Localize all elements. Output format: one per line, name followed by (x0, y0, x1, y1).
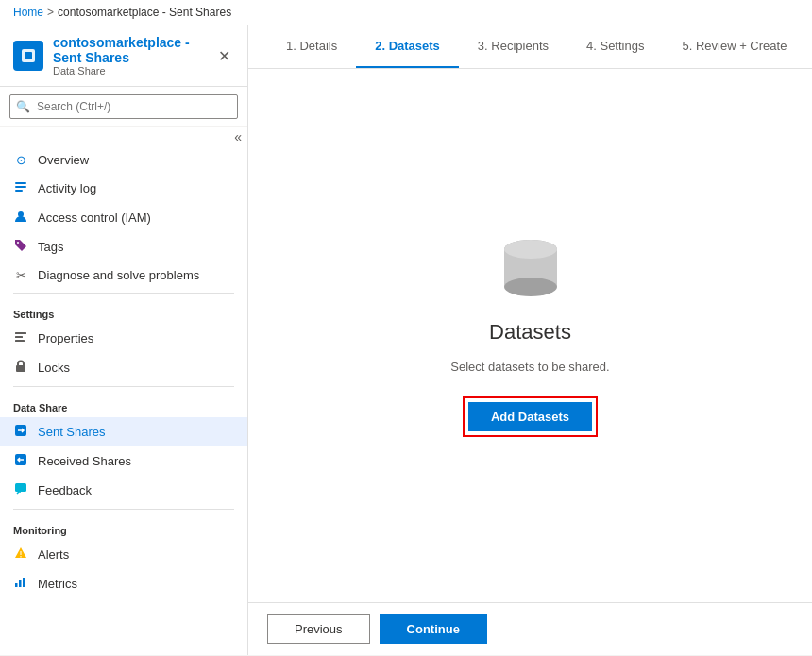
tab-details[interactable]: 1. Details (267, 25, 356, 68)
previous-button[interactable]: Previous (267, 614, 370, 644)
nav-item-properties[interactable]: Properties (0, 324, 247, 353)
sidebar-title-group: contosomarketplace - Sent Shares Data Sh… (53, 35, 205, 76)
svg-rect-8 (15, 336, 23, 338)
access-control-icon (13, 210, 28, 226)
svg-rect-17 (19, 580, 22, 587)
nav-label-overview: Overview (38, 153, 89, 167)
nav-item-tags[interactable]: Tags (0, 232, 247, 261)
datasets-title: Datasets (489, 320, 571, 345)
overview-icon: ⊙ (13, 153, 28, 167)
sent-shares-icon (13, 424, 28, 440)
settings-section-label: Settings (0, 297, 247, 324)
svg-rect-4 (15, 190, 23, 192)
nav-label-tags: Tags (38, 240, 63, 254)
svg-point-6 (17, 242, 19, 244)
nav-item-alerts[interactable]: Alerts (0, 540, 247, 569)
svg-rect-13 (15, 483, 26, 492)
wizard-close-icon[interactable]: ✕ (805, 30, 812, 63)
datasets-subtitle: Select datasets to be shared. (450, 360, 609, 374)
sidebar-close-icon[interactable]: ✕ (214, 43, 234, 69)
nav-item-overview[interactable]: ⊙ Overview (0, 146, 247, 174)
tab-settings[interactable]: 4. Settings (567, 25, 663, 68)
diagnose-icon: ✂ (13, 268, 28, 282)
nav-item-metrics[interactable]: Metrics (0, 569, 247, 598)
svg-point-21 (504, 278, 557, 296)
sidebar-search-container: 🔍 (0, 87, 247, 127)
nav-item-feedback[interactable]: Feedback (0, 476, 247, 505)
locks-icon (13, 360, 28, 376)
svg-rect-9 (15, 340, 25, 342)
add-datasets-button[interactable]: Add Datasets (468, 402, 592, 431)
received-shares-icon (13, 453, 28, 469)
sidebar: contosomarketplace - Sent Shares Data Sh… (0, 25, 248, 655)
datasets-icon (500, 234, 561, 305)
sidebar-collapse-control[interactable]: « (0, 127, 247, 146)
nav-label-sent-shares: Sent Shares (38, 425, 106, 439)
sidebar-header: contosomarketplace - Sent Shares Data Sh… (0, 25, 247, 87)
divider-settings (13, 293, 234, 294)
nav-item-received-shares[interactable]: Received Shares (0, 446, 247, 476)
add-datasets-btn-wrapper: Add Datasets (463, 396, 598, 437)
activity-log-icon (13, 180, 28, 196)
svg-rect-7 (15, 332, 26, 334)
feedback-icon (13, 482, 28, 498)
tab-review-create[interactable]: 5. Review + Create (663, 25, 805, 68)
alerts-icon (13, 547, 28, 563)
search-icon: 🔍 (16, 100, 30, 113)
divider-monitoring (13, 509, 234, 510)
wizard-tabs: 1. Details 2. Datasets 3. Recipients 4. … (248, 25, 812, 69)
nav-label-alerts: Alerts (38, 547, 69, 562)
svg-rect-16 (15, 583, 18, 587)
tab-recipients[interactable]: 3. Recipients (459, 25, 567, 68)
search-input[interactable] (9, 94, 238, 119)
svg-rect-18 (23, 578, 25, 587)
metrics-icon (13, 576, 28, 592)
breadcrumb-separator: > (47, 6, 54, 19)
nav-item-access-control[interactable]: Access control (IAM) (0, 203, 247, 232)
nav-item-diagnose[interactable]: ✂ Diagnose and solve problems (0, 261, 247, 289)
content-area: 1. Details 2. Datasets 3. Recipients 4. … (248, 25, 812, 655)
svg-rect-1 (25, 52, 32, 59)
sidebar-main-title: contosomarketplace - Sent Shares (53, 35, 205, 65)
nav-label-properties: Properties (38, 331, 93, 345)
svg-point-22 (504, 240, 557, 259)
sidebar-subtitle: Data Share (53, 65, 205, 76)
breadcrumb-current: contosomarketplace - Sent Shares (58, 6, 231, 19)
collapse-icon[interactable]: « (234, 129, 242, 144)
nav-label-diagnose: Diagnose and solve problems (38, 268, 199, 282)
nav-item-activity-log[interactable]: Activity log (0, 174, 247, 203)
nav-label-locks: Locks (38, 361, 70, 375)
nav-label-received-shares: Received Shares (38, 454, 131, 468)
nav-label-feedback: Feedback (38, 483, 92, 497)
nav-item-sent-shares[interactable]: Sent Shares (0, 417, 247, 446)
breadcrumb: Home > contosomarketplace - Sent Shares (0, 0, 812, 25)
tab-datasets[interactable]: 2. Datasets (356, 25, 459, 68)
divider-datashare (13, 386, 234, 387)
tags-icon (13, 239, 28, 255)
nav-item-locks[interactable]: Locks (0, 353, 247, 382)
breadcrumb-home[interactable]: Home (13, 6, 43, 19)
properties-icon (13, 330, 28, 346)
content-body: Datasets Select datasets to be shared. A… (248, 69, 812, 602)
svg-rect-15 (21, 556, 22, 558)
nav-label-metrics: Metrics (38, 577, 77, 591)
nav-label-activity-log: Activity log (38, 181, 96, 195)
app-icon (13, 41, 43, 71)
continue-button[interactable]: Continue (380, 614, 487, 644)
svg-rect-14 (21, 551, 22, 555)
datashare-section-label: Data Share (0, 391, 247, 417)
svg-rect-2 (15, 182, 26, 184)
svg-rect-10 (16, 365, 25, 372)
content-footer: Previous Continue (248, 602, 812, 655)
nav-label-access-control: Access control (IAM) (38, 210, 151, 225)
monitoring-section-label: Monitoring (0, 513, 247, 540)
svg-rect-3 (15, 186, 26, 188)
